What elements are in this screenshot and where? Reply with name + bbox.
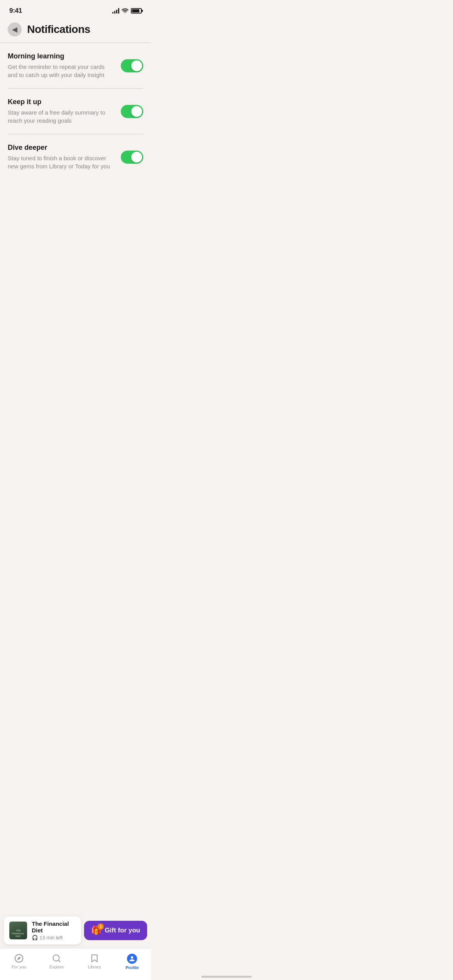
toggle-knob-morning-learning [131,60,142,71]
notification-item-keep-it-up: Keep it up Stay aware of a free daily su… [8,89,143,134]
status-bar: 9:41 [0,0,151,19]
notifications-list: Morning learning Get the reminder to rep… [0,43,151,180]
header: ◀ Notifications [0,19,151,43]
notification-text-keep-it-up: Keep it up Stay aware of a free daily su… [8,98,121,125]
battery-icon [131,8,142,14]
notification-desc-keep-it-up: Stay aware of a free daily summary to re… [8,108,113,125]
notification-text-morning-learning: Morning learning Get the reminder to rep… [8,52,121,79]
notification-text-dive-deeper: Dive deeper Stay tuned to finish a book … [8,144,121,170]
notification-title-dive-deeper: Dive deeper [8,144,113,152]
toggle-knob-dive-deeper [131,152,142,163]
notification-title-morning-learning: Morning learning [8,52,113,60]
notification-desc-dive-deeper: Stay tuned to finish a book or discover … [8,154,113,170]
toggle-knob-keep-it-up [131,106,142,117]
toggle-dive-deeper[interactable] [121,151,143,164]
toggle-morning-learning[interactable] [121,59,143,72]
svg-point-0 [125,13,125,14]
status-icons [112,7,142,14]
status-time: 9:41 [9,7,22,15]
back-button[interactable]: ◀ [8,22,22,36]
signal-icon [112,8,119,14]
toggle-keep-it-up[interactable] [121,105,143,118]
notification-desc-morning-learning: Get the reminder to repeat your cards an… [8,63,113,79]
notification-item-morning-learning: Morning learning Get the reminder to rep… [8,43,143,88]
notification-title-keep-it-up: Keep it up [8,98,113,106]
back-arrow-icon: ◀ [12,26,17,33]
notification-item-dive-deeper: Dive deeper Stay tuned to finish a book … [8,134,143,180]
page-title: Notifications [27,23,90,36]
wifi-icon [122,7,129,14]
